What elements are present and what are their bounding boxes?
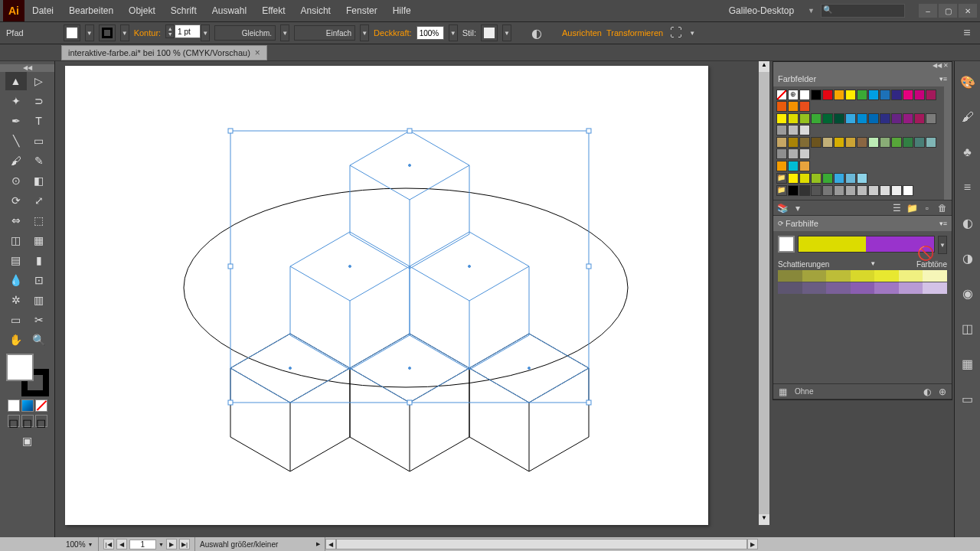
swatch-cell[interactable] (914, 137, 925, 148)
swatch-cell[interactable] (822, 113, 833, 124)
lasso-tool[interactable]: ⊃ (28, 92, 50, 110)
base-color-swatch[interactable] (778, 236, 795, 253)
swatch-cell[interactable] (834, 113, 844, 124)
swatch-cell[interactable]: 📁 (776, 185, 787, 196)
variation-cell[interactable] (899, 282, 923, 294)
swatch-cell[interactable] (857, 137, 867, 148)
toolbox-collapse[interactable]: ◀◀ (0, 64, 54, 72)
swatch-cell[interactable] (845, 173, 856, 184)
swatch-cell[interactable] (788, 101, 799, 112)
graphic-styles-panel-icon[interactable]: ◫ (959, 320, 976, 337)
swatch-cell[interactable] (799, 173, 810, 184)
menu-datei[interactable]: Datei (24, 0, 61, 21)
transparency-panel-icon[interactable]: ◑ (959, 249, 976, 266)
artboards-panel-icon[interactable]: ▭ (959, 390, 976, 407)
isolate-icon[interactable]: ⛶ (668, 24, 684, 41)
harmony-dropdown[interactable]: ▼ (938, 236, 947, 254)
direct-selection-tool[interactable]: ▷ (28, 72, 50, 90)
swatch-cell[interactable] (857, 185, 867, 196)
swatch-cell[interactable] (776, 90, 787, 100)
search-input[interactable] (821, 4, 905, 18)
variation-cell[interactable] (874, 270, 899, 282)
swatch-cell[interactable] (811, 113, 822, 124)
draw-behind[interactable]: ◻ (21, 415, 34, 427)
width-profile-select[interactable]: Einfach (294, 25, 355, 41)
swatch-cell[interactable] (776, 137, 787, 148)
swatch-cell[interactable] (903, 137, 913, 148)
swatch-cell[interactable] (903, 90, 913, 100)
swatch-cell[interactable] (891, 113, 902, 124)
swatch-cell[interactable]: ⊕ (788, 90, 799, 100)
swatch-cell[interactable] (834, 185, 844, 196)
menu-fenster[interactable]: Fenster (338, 0, 385, 21)
free-transform-tool[interactable]: ⬚ (28, 211, 50, 230)
delete-swatch-icon[interactable]: 🗑 (936, 202, 949, 214)
canvas-region[interactable] (61, 61, 743, 537)
mesh-tool[interactable]: ▤ (5, 251, 27, 269)
variation-cell[interactable] (851, 270, 875, 282)
swatch-cell[interactable] (926, 90, 936, 100)
panel-menu-icon[interactable]: ▾≡ (939, 220, 947, 227)
screen-mode-tool[interactable]: ▣ (17, 432, 38, 450)
swatch-cell[interactable]: 📁 (776, 173, 787, 184)
rotate-tool[interactable]: ⟳ (5, 191, 27, 210)
graphic-style-swatch[interactable] (481, 24, 498, 41)
canvas-hscrollbar[interactable] (336, 539, 747, 549)
color-mode-gradient[interactable] (21, 399, 34, 412)
swatch-cell[interactable] (799, 113, 810, 124)
swatch-cell[interactable] (788, 125, 799, 135)
swatch-cell[interactable] (903, 185, 913, 196)
swatch-cell[interactable] (845, 185, 856, 196)
swatch-cell[interactable] (799, 137, 810, 148)
swatch-cell[interactable] (799, 90, 810, 100)
swatch-cell[interactable] (776, 161, 787, 171)
stroke-weight-stepper[interactable]: ▲▼ (165, 24, 175, 38)
swatch-library-icon[interactable]: 📚 (776, 202, 789, 214)
color-mode-solid[interactable] (8, 399, 20, 412)
brushes-panel-icon[interactable]: 🖌 (959, 109, 976, 126)
fill-swatch[interactable] (64, 24, 80, 41)
document-tab[interactable]: interaktive-farbe.ai* bei 100 % (CMYK/Vo… (61, 45, 267, 60)
tab-close-icon[interactable]: × (255, 47, 260, 58)
swatches-scrollbar[interactable] (944, 86, 952, 200)
swatch-cell[interactable] (822, 137, 833, 148)
swatch-cell[interactable] (811, 185, 822, 196)
swatch-cell[interactable] (776, 148, 787, 159)
edit-colors-icon[interactable]: ◐ (921, 386, 933, 398)
align-link[interactable]: Ausrichten (562, 28, 602, 37)
swatch-cell[interactable] (788, 113, 799, 124)
swatch-cell[interactable] (903, 113, 913, 124)
menu-bearbeiten[interactable]: Bearbeiten (61, 0, 121, 21)
chevron-right-icon[interactable]: ▶ (316, 541, 320, 547)
new-color-group-icon[interactable]: 📁 (906, 202, 918, 214)
stroke-weight-dropdown[interactable]: ▼ (201, 24, 210, 41)
variation-cell[interactable] (778, 270, 802, 282)
swatch-cell[interactable] (799, 185, 810, 196)
swatch-cell[interactable] (868, 113, 879, 124)
perspective-tool[interactable]: ▦ (28, 231, 50, 249)
swatch-cell[interactable] (776, 125, 787, 135)
variation-cell[interactable] (923, 282, 947, 294)
save-group-icon[interactable]: ⊕ (936, 386, 949, 398)
draw-normal[interactable]: ◻ (8, 415, 20, 427)
color-variations-grid[interactable] (778, 270, 947, 295)
type-tool[interactable]: T (28, 112, 50, 130)
slice-tool[interactable]: ✂ (28, 311, 50, 329)
selection-tool[interactable]: ▲ (5, 72, 27, 90)
panel-menu-icon[interactable]: ▾≡ (939, 75, 947, 83)
swatch-cell[interactable] (880, 137, 890, 148)
harmony-rule-strip[interactable] (798, 236, 935, 253)
limit-colors-icon[interactable]: ▦ (776, 386, 789, 398)
new-swatch-icon[interactable]: ▫ (921, 202, 933, 214)
symbol-sprayer-tool[interactable]: ✲ (5, 291, 27, 309)
menu-schrift[interactable]: Schrift (163, 0, 204, 21)
swatch-cell[interactable] (834, 173, 844, 184)
swatch-cell[interactable] (891, 90, 902, 100)
swatch-cell[interactable] (788, 161, 799, 171)
color-mode-none[interactable] (35, 399, 47, 412)
colorguide-panel-header[interactable]: ⟳ Farbhilfe ▾≡ (773, 216, 952, 231)
menu-auswahl[interactable]: Auswahl (204, 0, 254, 21)
swatch-cell[interactable] (811, 173, 822, 184)
prev-artboard-button[interactable]: ◀ (116, 539, 127, 549)
stroke-weight-input[interactable] (175, 24, 201, 38)
